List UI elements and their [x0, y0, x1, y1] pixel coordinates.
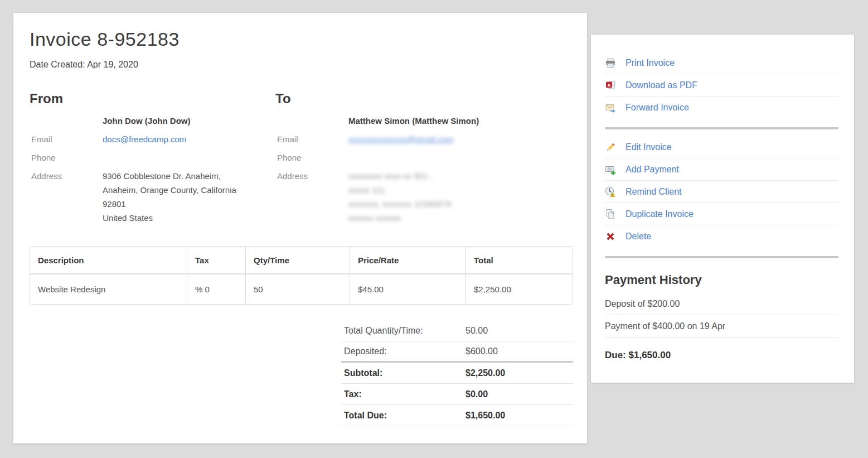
to-email-row: Email xxxxxxxxxxxxxx@gmail.com: [275, 132, 573, 146]
from-heading: From: [30, 91, 275, 107]
table-row: Website Redesign % 0 50 $45.00 $2,250.00: [30, 274, 573, 304]
pdf-icon: [605, 80, 616, 91]
payment-history-heading: Payment History: [605, 273, 838, 287]
to-phone-row: Phone: [275, 151, 573, 165]
table-header-row: Description Tax Qty/Time Price/Rate Tota…: [30, 247, 573, 274]
to-address-label: Address: [275, 169, 348, 225]
cell-description: Website Redesign: [30, 274, 187, 304]
from-email-link[interactable]: docs@freedcamp.com: [103, 132, 186, 146]
remind-client-button[interactable]: Remind Client: [605, 181, 838, 203]
date-created: Date Created: Apr 19, 2020: [30, 60, 587, 70]
actions-panel: Print Invoice Download as PDF Forward In…: [591, 35, 854, 383]
total-quantity-row: Total Quantity/Time: 50.00: [341, 320, 573, 341]
from-name-row: John Dow (John Dow): [30, 114, 275, 128]
print-invoice-button[interactable]: Print Invoice: [605, 52, 838, 74]
to-heading: To: [275, 91, 573, 107]
parties-section: From John Dow (John Dow) Email docs@free…: [30, 91, 573, 229]
col-header-tax: Tax: [187, 247, 245, 274]
page-background: { "invoice": { "title": "Invoice 8-95218…: [0, 0, 868, 458]
totals-section: Total Quantity/Time: 50.00 Deposited: $6…: [341, 320, 573, 426]
action-label: Forward Invoice: [625, 103, 689, 113]
edit-invoice-button[interactable]: Edit Invoice: [605, 136, 838, 158]
cell-qty-time: 50: [245, 274, 350, 304]
from-address-row: Address 9306 Cobblestone Dr. Anaheim, An…: [30, 169, 275, 225]
actions-primary-group: Print Invoice Download as PDF Forward In…: [605, 52, 838, 119]
payment-history-entry: Payment of $400.00 on 19 Apr: [605, 315, 838, 338]
col-header-price-rate: Price/Rate: [350, 247, 465, 274]
amount-due: Due: $1,650.00: [605, 344, 838, 367]
add-payment-icon: [605, 164, 616, 175]
to-address-redacted: xxxxxxxx xxxx xx 501 , xxxxx 111, xxxxxx…: [348, 169, 451, 225]
remind-clock-icon: [605, 186, 616, 197]
group-divider: [605, 127, 838, 129]
subtotal-row: Subtotal: $2,250.00: [341, 363, 573, 384]
col-header-qty-time: Qty/Time: [245, 247, 350, 274]
from-phone-row: Phone: [30, 151, 275, 165]
deposited-row: Deposited: $600.00: [341, 341, 573, 363]
from-name: John Dow (John Dow): [103, 114, 190, 128]
action-label: Duplicate Invoice: [625, 209, 694, 219]
group-divider: [605, 256, 838, 258]
forward-invoice-button[interactable]: Forward Invoice: [605, 97, 838, 119]
col-header-total: Total: [465, 247, 573, 274]
action-label: Remind Client: [625, 187, 681, 197]
to-email-label: Email: [275, 132, 348, 146]
from-address-label: Address: [30, 169, 103, 225]
add-payment-button[interactable]: Add Payment: [605, 158, 838, 181]
to-name: Matthew Simon (Matthew Simon): [348, 114, 479, 128]
to-email-link-redacted[interactable]: xxxxxxxxxxxxxx@gmail.com: [348, 132, 454, 146]
to-address-row: Address xxxxxxxx xxxx xx 501 , xxxxx 111…: [275, 169, 573, 225]
page-title: Invoice 8-952183: [30, 28, 587, 50]
download-pdf-button[interactable]: Download as PDF: [605, 74, 838, 97]
action-label: Download as PDF: [625, 80, 697, 90]
action-label: Edit Invoice: [625, 142, 672, 152]
invoice-items-table: Description Tax Qty/Time Price/Rate Tota…: [30, 246, 573, 305]
cell-tax: % 0: [187, 274, 245, 304]
duplicate-pages-icon: [605, 209, 616, 220]
action-label: Print Invoice: [625, 58, 675, 68]
pencil-icon: [605, 142, 616, 153]
col-header-description: Description: [30, 247, 187, 274]
to-phone-label: Phone: [275, 151, 348, 165]
from-email-label: Email: [30, 132, 103, 146]
to-name-row: Matthew Simon (Matthew Simon): [275, 114, 573, 128]
to-section: To Matthew Simon (Matthew Simon) Email x…: [275, 91, 573, 229]
from-section: From John Dow (John Dow) Email docs@free…: [30, 91, 275, 229]
invoice-panel: Invoice 8-952183 Date Created: Apr 19, 2…: [13, 13, 587, 443]
payment-history-list: Deposit of $200.00 Payment of $400.00 on…: [605, 293, 838, 338]
tax-row: Tax: $0.00: [341, 384, 573, 405]
duplicate-invoice-button[interactable]: Duplicate Invoice: [605, 203, 838, 225]
cell-price-rate: $45.00: [350, 274, 465, 304]
cell-total: $2,250.00: [465, 274, 573, 304]
delete-button[interactable]: Delete: [605, 225, 838, 248]
from-address: 9306 Cobblestone Dr. Anaheim, Anaheim, O…: [103, 169, 236, 225]
from-phone-label: Phone: [30, 151, 103, 165]
action-label: Add Payment: [625, 165, 679, 175]
total-due-row: Total Due: $1,650.00: [341, 405, 573, 426]
printer-icon: [605, 57, 616, 69]
actions-secondary-group: Edit Invoice Add Payment Remind Client: [605, 136, 838, 248]
delete-x-icon: [605, 231, 616, 242]
payment-history-entry: Deposit of $200.00: [605, 293, 838, 315]
forward-envelope-icon: [605, 102, 616, 113]
action-label: Delete: [625, 232, 651, 242]
from-email-row: Email docs@freedcamp.com: [30, 132, 275, 146]
